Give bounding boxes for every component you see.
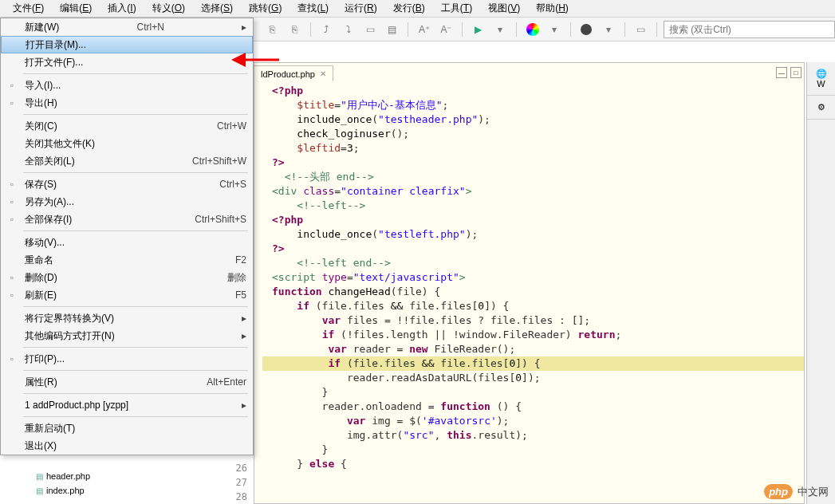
menubar-item[interactable]: 跳转(G) xyxy=(241,0,289,18)
menu-item[interactable]: 打开文件(F)... xyxy=(1,53,253,71)
tab-close-icon[interactable]: ✕ xyxy=(320,69,326,78)
right-tab[interactable]: 🌐 W xyxy=(807,62,835,96)
code-line[interactable]: check_loginuser(); xyxy=(262,127,804,141)
menu-item[interactable]: ▫保存(S)Ctrl+S xyxy=(1,175,253,193)
menu-item[interactable]: ▫全部保存(I)Ctrl+Shift+S xyxy=(1,211,253,228)
menu-item[interactable]: ▫删除(D)删除 xyxy=(1,269,253,286)
menu-label: 将行定界符转换为(V) xyxy=(25,312,114,325)
code-line[interactable]: function changeHead(file) { xyxy=(262,285,804,299)
file-item[interactable]: ▤index.php xyxy=(36,483,90,498)
code-line[interactable]: include_once("testleft.php"); xyxy=(262,227,804,242)
menubar-item[interactable]: 运行(R) xyxy=(337,0,385,18)
code-line[interactable]: if (!files.length || !window.FileReader)… xyxy=(262,328,804,342)
menu-item[interactable]: 退出(X) xyxy=(1,437,253,455)
run-icon[interactable]: ▶ xyxy=(469,20,487,39)
menu-item[interactable]: 全部关闭(L)Ctrl+Shift+W xyxy=(1,152,253,170)
code-line[interactable]: var reader = new FileReader(); xyxy=(262,342,804,356)
tool-icon[interactable]: ⎘ xyxy=(263,20,282,39)
right-sidebar: 🌐 W ⚙ xyxy=(806,62,835,504)
tool-icon[interactable]: ⎘ xyxy=(285,20,303,39)
code-line[interactable]: <div class="container clearfix"> xyxy=(262,184,804,199)
saveall-icon: ▫ xyxy=(6,213,18,226)
tool-icon[interactable]: A⁻ xyxy=(437,20,455,39)
code-line[interactable]: $leftid=3; xyxy=(262,141,804,156)
code-line[interactable]: ?> xyxy=(262,242,804,256)
settings-icon[interactable]: ⚙ xyxy=(807,96,835,120)
code-line[interactable]: <!--头部 end--> xyxy=(262,170,804,184)
tool-icon[interactable]: ▭ xyxy=(361,20,380,39)
menubar-item[interactable]: 视图(V) xyxy=(480,0,528,18)
refresh-icon: ▫ xyxy=(6,289,18,301)
search-input[interactable] xyxy=(664,21,835,38)
menu-label: 重命名 xyxy=(25,254,53,267)
menu-item[interactable]: 关闭(C)Ctrl+W xyxy=(1,117,253,135)
color-wheel-icon[interactable] xyxy=(523,20,542,39)
code-line[interactable]: if (file.files && file.files[0]) { xyxy=(262,299,804,313)
menu-item[interactable]: 将行定界符转换为(V)▸ xyxy=(1,309,253,327)
menu-item[interactable]: 重命名F2 xyxy=(1,251,253,269)
code-line[interactable]: img.attr("src", this.result); xyxy=(262,428,804,443)
code-line[interactable]: var img = $('#avatorsrc'); xyxy=(262,414,804,428)
submenu-arrow-icon: ▸ xyxy=(242,22,246,33)
menu-item[interactable]: ▫另存为(A)... xyxy=(1,193,253,211)
menu-item[interactable]: 重新启动(T) xyxy=(1,419,253,437)
code-line[interactable]: reader.readAsDataURL(files[0]); xyxy=(262,371,804,385)
dropdown-icon[interactable]: ▾ xyxy=(599,20,617,39)
tool-icon[interactable]: ▭ xyxy=(632,20,650,39)
code-line[interactable]: } xyxy=(262,385,804,400)
file-item[interactable]: ▤header.php xyxy=(36,469,90,483)
code-line[interactable]: <!--left end--> xyxy=(262,256,804,270)
code-line[interactable]: ?> xyxy=(262,156,804,170)
menu-label: 移动(V)... xyxy=(25,236,65,250)
code-line[interactable]: var files = !!file.files ? file.files : … xyxy=(262,313,804,328)
code-line[interactable]: <script type="text/javascript"> xyxy=(262,270,804,285)
menu-label: 打开文件(F)... xyxy=(25,56,83,69)
menu-separator xyxy=(23,370,248,371)
menubar-item[interactable]: 帮助(H) xyxy=(528,0,577,18)
code-line[interactable]: $title="用户中心-基本信息"; xyxy=(262,98,804,112)
menubar-item[interactable]: 转义(O) xyxy=(144,0,193,18)
menubar-item[interactable]: 工具(T) xyxy=(433,0,480,18)
menu-label: 打印(P)... xyxy=(25,352,65,366)
code-line[interactable]: if (file.files && file.files[0]) { xyxy=(262,356,804,371)
tool-icon[interactable]: ▤ xyxy=(383,20,401,39)
menubar-item[interactable]: 文件(F) xyxy=(5,0,52,18)
menu-item[interactable]: 新建(W)Ctrl+N▸ xyxy=(1,18,253,36)
menu-item[interactable]: 1 addProduct.php [yzpp]▸ xyxy=(1,396,253,414)
code-line[interactable]: <!--left--> xyxy=(262,199,804,213)
tool-icon[interactable]: A⁺ xyxy=(415,20,433,39)
code-line[interactable]: } else { xyxy=(262,457,804,471)
code-line[interactable]: <?php xyxy=(262,84,804,98)
menu-item[interactable]: 其他编码方式打开(N)▸ xyxy=(1,327,253,345)
minimize-icon[interactable]: — xyxy=(776,67,787,78)
code-line[interactable]: } xyxy=(262,443,804,457)
dropdown-icon[interactable]: ▾ xyxy=(491,20,510,39)
menu-item[interactable]: ▫刷新(E)F5 xyxy=(1,286,253,304)
separator xyxy=(408,22,408,37)
file-name: header.php xyxy=(46,471,90,481)
menu-item[interactable]: 属性(R)Alt+Enter xyxy=(1,373,253,391)
menu-label: 全部保存(I) xyxy=(25,213,72,226)
menu-item[interactable]: 打开目录(M)... xyxy=(1,36,253,53)
line-number: 28 xyxy=(223,490,247,504)
menu-item[interactable]: ▫导出(H) xyxy=(1,94,253,112)
menu-item[interactable]: 移动(V)... xyxy=(1,234,253,251)
menubar-item[interactable]: 编辑(E) xyxy=(52,0,100,18)
menu-item[interactable]: ▫导入(I)... xyxy=(1,77,253,94)
dropdown-icon[interactable]: ▾ xyxy=(545,20,563,39)
menu-item[interactable]: ▫打印(P)... xyxy=(1,350,253,368)
menubar-item[interactable]: 插入(I) xyxy=(100,0,144,18)
tool-icon[interactable]: ⤵ xyxy=(339,20,357,39)
code-line[interactable]: <?php xyxy=(262,213,804,227)
menubar-item[interactable]: 选择(S) xyxy=(193,0,241,18)
editor-area[interactable]: <?php $title="用户中心-基本信息"; include_once("… xyxy=(254,62,805,504)
menubar-item[interactable]: 发行(B) xyxy=(385,0,433,18)
code-line[interactable]: reader.onloadend = function () { xyxy=(262,400,804,414)
code-content[interactable]: <?php $title="用户中心-基本信息"; include_once("… xyxy=(262,84,804,503)
code-line[interactable]: include_once("testheader.php"); xyxy=(262,112,804,127)
menubar-item[interactable]: 查找(L) xyxy=(289,0,337,18)
maximize-icon[interactable]: □ xyxy=(790,67,802,78)
circle-icon[interactable] xyxy=(577,20,596,39)
menu-item[interactable]: 关闭其他文件(K) xyxy=(1,135,253,152)
tool-icon[interactable]: ⤴ xyxy=(317,20,336,39)
